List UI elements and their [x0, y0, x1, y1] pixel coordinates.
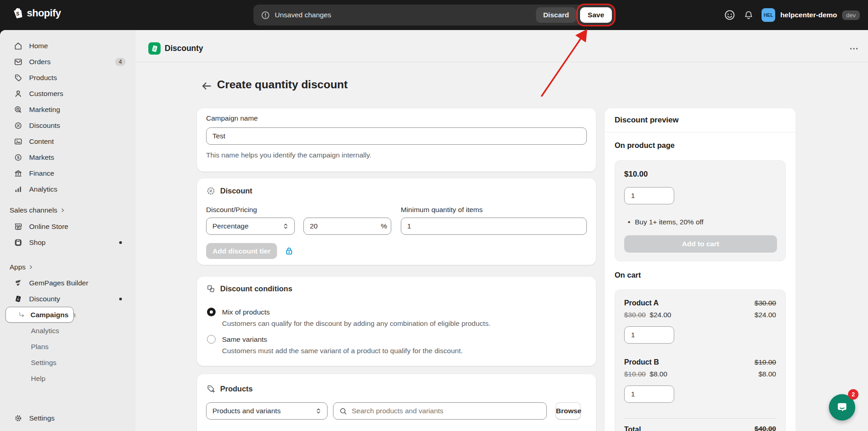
cart-item-name: Product B — [624, 358, 659, 366]
sidebar-item-customers[interactable]: Customers — [5, 86, 130, 101]
discounty-status-dot — [119, 298, 122, 300]
topbar-right: HEL helpcenter-demo dev — [724, 0, 860, 30]
sidebar-item-discounty-settings[interactable]: Settings — [5, 355, 130, 370]
campaign-name-card: Campaign name This name helps you identi… — [197, 108, 596, 172]
shopify-logo[interactable]: S shopify — [11, 6, 61, 20]
store-env-badge: dev — [842, 10, 860, 20]
finance-icon — [14, 169, 23, 178]
preview-title: Discount preview — [615, 116, 679, 125]
cart-item-prices: $30.00 $24.00 — [624, 311, 671, 319]
mix-of-products-radio[interactable] — [207, 308, 216, 316]
products-card: Products Products and variants Browse — [197, 374, 596, 431]
notifications-bell-icon[interactable] — [743, 10, 754, 20]
cart-item-old-price: $30.00 — [755, 299, 776, 307]
alert-icon — [261, 10, 270, 20]
sidebar-item-plans[interactable]: Plans — [5, 339, 130, 355]
sidebar-item-online-store[interactable]: Online Store — [5, 218, 130, 234]
sidebar-item-discounty-analytics[interactable]: Analytics — [5, 323, 130, 339]
orders-count-badge: 4 — [115, 58, 126, 66]
more-options-icon[interactable] — [849, 44, 859, 54]
discount-amount-input[interactable] — [303, 218, 391, 235]
unsaved-changes-label: Unsaved changes — [275, 11, 331, 19]
home-icon — [14, 41, 23, 51]
same-variants-radio[interactable] — [207, 335, 216, 344]
topbar: S shopify Unsaved changes Discard Save H… — [0, 0, 868, 30]
cart-total-label: Total — [624, 426, 641, 431]
discounty-header-icon — [148, 42, 161, 55]
discount-card: Discount Discount/Pricing Minimum quanti… — [197, 178, 596, 265]
sidebar-item-campaigns[interactable]: Campaigns — [5, 307, 74, 323]
chevron-right-icon — [60, 208, 66, 213]
sidebar-item-help[interactable]: Help — [5, 370, 130, 386]
sidebar-item-marketing[interactable]: Marketing — [5, 101, 130, 117]
store-avatar[interactable]: HEL — [762, 8, 775, 22]
offer-bullet: Buy 1+ items, 20% off — [628, 218, 703, 226]
discard-button[interactable]: Discard — [536, 7, 576, 23]
app-title: Discounty — [165, 44, 203, 53]
on-product-page-label: On product page — [615, 141, 675, 150]
products-filter-select[interactable]: Products and variants — [206, 402, 328, 420]
cart-total-divider — [624, 418, 777, 419]
products-tag-icon — [14, 73, 23, 82]
sales-channels-section[interactable]: Sales channels — [0, 203, 136, 217]
discount-preview-panel: Discount preview On product page $10.00 … — [605, 108, 796, 431]
mix-of-products-label: Mix of products — [222, 308, 270, 316]
sidebar: Home Orders 4 Products Customers Marketi… — [0, 30, 136, 431]
campaign-name-input[interactable] — [206, 127, 587, 145]
sidebar-item-gempages[interactable]: GemPages Builder — [5, 275, 130, 291]
same-variants-label: Same variants — [222, 335, 267, 344]
sidebar-item-content[interactable]: Content — [5, 133, 130, 149]
shopify-bag-icon: S — [11, 6, 24, 20]
customers-icon — [14, 89, 23, 98]
orders-icon — [14, 57, 23, 66]
products-plus-tag-icon — [206, 384, 216, 394]
svg-text:$: $ — [17, 155, 20, 160]
preview-divider — [605, 132, 796, 132]
sidebar-item-settings[interactable]: Settings — [5, 410, 130, 426]
svg-text:S: S — [16, 11, 20, 16]
back-arrow-icon[interactable] — [200, 80, 214, 92]
sidebar-item-home[interactable]: Home — [5, 38, 130, 54]
add-discount-tier-button[interactable]: Add discount tier — [206, 243, 277, 259]
content-icon — [14, 137, 23, 146]
sidebar-item-markets[interactable]: $ Markets — [5, 149, 130, 165]
sidebar-item-analytics[interactable]: Analytics — [5, 181, 130, 197]
mix-of-products-desc: Customers can qualify for the discount b… — [222, 319, 490, 328]
min-qty-input[interactable] — [401, 218, 587, 235]
sidebar-item-orders[interactable]: Orders 4 — [5, 54, 130, 70]
header-divider — [136, 62, 868, 62]
conditions-card-title: Discount conditions — [220, 284, 293, 293]
sidebar-item-finance[interactable]: Finance — [5, 165, 130, 181]
chevron-right-icon — [28, 264, 34, 270]
cart-item-qty-input[interactable] — [624, 385, 674, 403]
select-updown-icon — [282, 222, 290, 230]
discounty-app-icon — [14, 294, 23, 304]
cart-item-name: Product A — [624, 299, 659, 307]
sidebar-item-products[interactable]: Products — [5, 70, 130, 86]
chat-unread-badge: 2 — [848, 389, 858, 400]
product-search-input[interactable] — [333, 402, 547, 420]
unsaved-changes-bar: Unsaved changes Discard Save — [253, 5, 615, 25]
markets-icon: $ — [14, 153, 23, 162]
save-button[interactable]: Save — [580, 7, 612, 23]
search-icon — [339, 407, 348, 416]
product-page-preview: $10.00 Buy 1+ items, 20% off Add to cart — [615, 160, 786, 261]
sidebar-item-shop[interactable]: Shop — [5, 234, 130, 250]
main-shell: Home Orders 4 Products Customers Marketi… — [0, 30, 868, 431]
apps-section[interactable]: Apps — [0, 260, 136, 274]
browse-button[interactable]: Browse — [555, 402, 581, 420]
pricing-label: Discount/Pricing — [206, 206, 257, 214]
pricing-type-select[interactable]: Percentage — [206, 218, 295, 235]
nested-arrow-icon — [18, 311, 26, 319]
sidekick-icon[interactable] — [724, 9, 736, 21]
cart-total-old-price: $40.00 — [755, 425, 776, 431]
store-name[interactable]: helpcenter-demo — [780, 11, 837, 19]
preview-qty-input[interactable] — [624, 187, 674, 204]
analytics-icon — [14, 185, 23, 194]
sidebar-item-discounts[interactable]: Discounts — [5, 117, 130, 133]
cart-item-qty-input[interactable] — [624, 326, 674, 344]
cart-item-new-price: $24.00 — [755, 311, 776, 319]
preview-price: $10.00 — [624, 170, 648, 179]
sidebar-item-discounty[interactable]: Discounty — [5, 291, 130, 307]
add-to-cart-button[interactable]: Add to cart — [624, 235, 777, 253]
